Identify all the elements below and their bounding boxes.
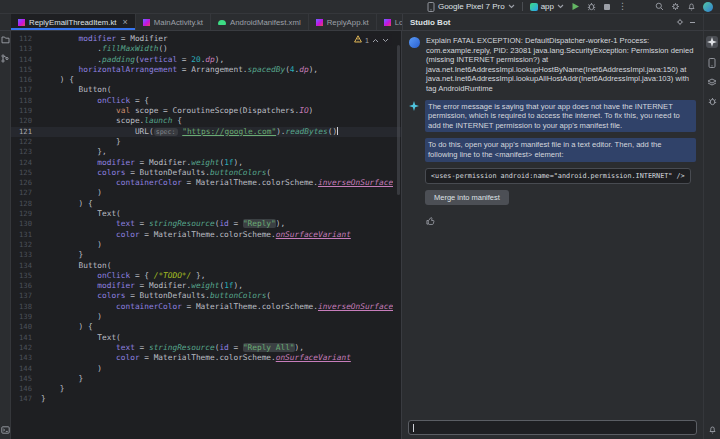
code-line[interactable]: }: [41, 250, 83, 260]
code-line[interactable]: .fillMaxWidth(): [41, 44, 168, 54]
code-editor[interactable]: 112 modifier = Modifier113 .fillMaxWidth…: [11, 31, 402, 439]
line-number[interactable]: 145: [11, 374, 41, 384]
thumbs-up-icon[interactable]: [426, 211, 435, 229]
line-number[interactable]: 113: [11, 44, 41, 54]
debug-button[interactable]: [587, 2, 596, 11]
line-number[interactable]: 122: [11, 137, 41, 147]
code-line[interactable]: Text(: [41, 333, 121, 343]
code-line[interactable]: horizontalArrangement = Arrangement.spac…: [41, 65, 318, 75]
device-manager-icon[interactable]: [708, 58, 716, 68]
line-number[interactable]: 124: [11, 158, 41, 168]
code-line[interactable]: ): [41, 312, 102, 322]
code-line[interactable]: color = MaterialTheme.colorScheme.onSurf…: [41, 230, 351, 240]
line-number[interactable]: 118: [11, 96, 41, 106]
line-number[interactable]: 139: [11, 312, 41, 322]
code-line[interactable]: ): [41, 240, 102, 250]
line-number[interactable]: 142: [11, 343, 41, 353]
line-number[interactable]: 127: [11, 188, 41, 198]
line-number[interactable]: 117: [11, 85, 41, 95]
line-number[interactable]: 119: [11, 106, 41, 116]
code-line[interactable]: onClick = { /*TODO*/ },: [41, 271, 205, 281]
next-issue-icon[interactable]: [382, 36, 389, 45]
code-line[interactable]: ): [41, 364, 102, 374]
line-number[interactable]: 126: [11, 178, 41, 188]
code-line[interactable]: ) {: [41, 75, 74, 85]
line-number[interactable]: 137: [11, 291, 41, 301]
code-line[interactable]: containerColor = MaterialTheme.colorSche…: [41, 302, 393, 312]
line-number[interactable]: 144: [11, 364, 41, 374]
line-number[interactable]: 138: [11, 302, 41, 312]
code-line[interactable]: }: [41, 374, 83, 384]
code-line[interactable]: text = stringResource(id = "Reply All"),: [41, 343, 304, 353]
layers-icon[interactable]: [707, 78, 717, 87]
code-line[interactable]: color = MaterialTheme.colorScheme.onSurf…: [41, 353, 351, 363]
project-folder-icon[interactable]: [1, 36, 10, 44]
line-number[interactable]: 140: [11, 322, 41, 332]
close-tab-icon[interactable]: ×: [123, 18, 128, 26]
code-line[interactable]: URL(spec: "https://google.com").readByte…: [41, 127, 338, 137]
code-line[interactable]: onClick = {: [41, 96, 149, 106]
line-number[interactable]: 135: [11, 271, 41, 281]
prev-issue-icon[interactable]: [372, 36, 379, 45]
device-selector[interactable]: Google Pixel 7 Pro: [427, 2, 515, 12]
tab-ReplyApp.kt[interactable]: ReplyApp.kt: [309, 14, 377, 30]
code-line[interactable]: modifier = Modifier: [41, 34, 168, 44]
code-line[interactable]: .padding(vertical = 20.dp),: [41, 55, 224, 65]
line-number[interactable]: 133: [11, 250, 41, 260]
search-everywhere-icon[interactable]: [655, 2, 664, 11]
code-line[interactable]: Button(: [41, 261, 111, 271]
run-button[interactable]: [571, 2, 580, 11]
git-branch-icon[interactable]: [1, 54, 9, 63]
code-line[interactable]: colors = ButtonDefaults.buttonColors(: [41, 168, 271, 178]
hide-panel-icon[interactable]: [689, 19, 696, 26]
line-number[interactable]: 134: [11, 261, 41, 271]
studio-bot-stripe-icon[interactable]: [706, 36, 718, 48]
terminal-icon[interactable]: [1, 426, 10, 434]
code-line[interactable]: scope.launch {: [41, 116, 182, 126]
tab-AndroidManifest.xml[interactable]: AndroidManifest.xml: [211, 14, 309, 30]
chat-input[interactable]: [408, 420, 697, 435]
code-line[interactable]: ) {: [41, 199, 93, 209]
line-number[interactable]: 112: [11, 34, 41, 44]
line-number[interactable]: 141: [11, 333, 41, 343]
code-line[interactable]: },: [41, 147, 107, 157]
line-number[interactable]: 143: [11, 353, 41, 363]
code-line[interactable]: colors = ButtonDefaults.buttonColors(: [41, 291, 271, 301]
line-number[interactable]: 125: [11, 168, 41, 178]
code-line[interactable]: containerColor = MaterialTheme.colorSche…: [41, 178, 393, 188]
code-line[interactable]: Button(: [41, 85, 111, 95]
code-line[interactable]: val scope = CoroutineScope(Dispatchers.I…: [41, 106, 313, 116]
run-config-selector[interactable]: app: [530, 2, 564, 11]
line-number[interactable]: 146: [11, 384, 41, 394]
stop-button[interactable]: [603, 3, 611, 11]
tab-ReplyEmailThreadItem.kt[interactable]: ReplyEmailThreadItem.kt×: [11, 14, 136, 30]
line-number[interactable]: 136: [11, 281, 41, 291]
merge-into-manifest-button[interactable]: Merge into manifest: [425, 190, 509, 205]
tab-MainActivity.kt[interactable]: MainActivity.kt: [136, 14, 211, 30]
code-line[interactable]: modifier = Modifier.weight(1f),: [41, 281, 243, 291]
line-number[interactable]: 121: [11, 127, 41, 137]
line-number[interactable]: 116: [11, 75, 41, 85]
line-number[interactable]: 132: [11, 240, 41, 250]
line-number[interactable]: 131: [11, 230, 41, 240]
line-number[interactable]: 120: [11, 116, 41, 126]
line-number[interactable]: 115: [11, 65, 41, 75]
user-avatar[interactable]: [703, 2, 713, 12]
line-number[interactable]: 129: [11, 209, 41, 219]
code-line[interactable]: modifier = Modifier.weight(1f),: [41, 158, 243, 168]
line-number[interactable]: 147: [11, 394, 41, 404]
settings-gear-icon[interactable]: [671, 2, 680, 11]
notifications-bell-icon[interactable]: [687, 2, 696, 11]
code-line[interactable]: }: [41, 384, 64, 394]
code-line[interactable]: }: [41, 137, 121, 147]
code-snippet[interactable]: <uses-permission android:name="android.p…: [425, 168, 691, 184]
line-number[interactable]: 128: [11, 199, 41, 209]
code-line[interactable]: ) {: [41, 322, 93, 332]
inspections-widget[interactable]: 1: [351, 34, 392, 46]
code-line[interactable]: ): [41, 188, 102, 198]
line-number[interactable]: 114: [11, 55, 41, 65]
code-line[interactable]: Text(: [41, 209, 121, 219]
code-line[interactable]: }: [41, 394, 46, 404]
notifications-bell-icon[interactable]: [708, 425, 717, 434]
more-actions-icon[interactable]: ⋮: [618, 2, 627, 11]
